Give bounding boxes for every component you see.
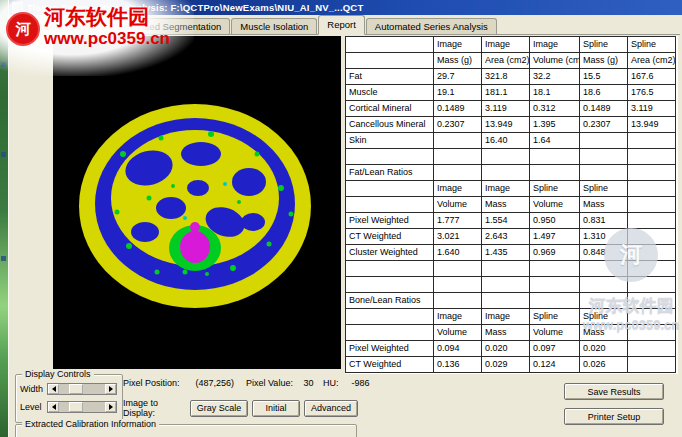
value-cell: Image — [482, 309, 530, 325]
value-cell: Image — [530, 37, 580, 53]
value-cell — [434, 133, 482, 149]
arrow-right-icon — [109, 386, 113, 392]
level-slider-right-arrow[interactable] — [105, 402, 116, 412]
value-cell — [628, 213, 676, 229]
value-cell — [434, 149, 482, 165]
value-cell: Volume — [530, 197, 580, 213]
value-cell: 13.949 — [482, 117, 530, 133]
value-cell: Mass (g) — [434, 53, 482, 69]
desktop-icon — [1, 152, 6, 157]
row-label-cell: Pixel Weighted — [346, 213, 434, 229]
row-label-cell — [346, 149, 434, 165]
pixel-value-value: 30 — [304, 378, 321, 388]
table-row: VolumeMassVolumeMass — [346, 197, 676, 213]
value-cell: 181.1 — [482, 85, 530, 101]
table-row: ImageImageSplineSpline — [346, 181, 676, 197]
pixel-value-label: Pixel Value: — [246, 378, 301, 388]
value-cell: 0.950 — [530, 213, 580, 229]
value-cell — [580, 165, 628, 181]
value-cell — [434, 165, 482, 181]
value-cell: 3.021 — [434, 229, 482, 245]
save-results-button[interactable]: Save Results — [564, 383, 664, 400]
gray-scale-button[interactable]: Gray Scale — [190, 400, 248, 417]
screen: Tissue Composition Analysis: F:\QCTPro\N… — [0, 0, 682, 437]
ct-axial-image — [53, 36, 341, 369]
row-label-cell — [346, 309, 434, 325]
tab-automated-series-analysis[interactable]: Automated Series Analysis — [366, 18, 497, 34]
value-cell: 1.640 — [434, 245, 482, 261]
row-label-cell — [346, 277, 434, 293]
value-cell: 0.312 — [530, 101, 580, 117]
value-cell: 29.7 — [434, 69, 482, 85]
value-cell: Volume — [530, 325, 580, 341]
hu-value: -986 — [352, 378, 370, 388]
value-cell — [482, 261, 530, 277]
value-cell — [434, 261, 482, 277]
value-cell: Image — [482, 37, 530, 53]
value-cell — [628, 181, 676, 197]
level-slider-left-arrow[interactable] — [48, 402, 59, 412]
width-label: Width — [20, 384, 47, 394]
width-slider-left-arrow[interactable] — [48, 384, 59, 394]
level-slider-track[interactable] — [59, 402, 105, 412]
image-to-display-row: Image to Display: Gray Scale Initial Adv… — [123, 398, 362, 418]
value-cell — [434, 277, 482, 293]
value-cell: 0.020 — [482, 341, 530, 357]
table-row: Skin16.401.64 — [346, 133, 676, 149]
value-cell — [482, 149, 530, 165]
value-cell: 3.119 — [482, 101, 530, 117]
advanced-button[interactable]: Advanced — [304, 400, 358, 417]
table-row: Pixel Weighted0.0940.0200.0970.020 — [346, 341, 676, 357]
value-cell: Mass — [482, 197, 530, 213]
table-row: CT Weighted0.1360.0290.1240.026 — [346, 357, 676, 373]
level-slider[interactable] — [47, 401, 117, 413]
value-cell: 0.969 — [530, 245, 580, 261]
row-label-cell — [346, 181, 434, 197]
width-slider-right-arrow[interactable] — [105, 384, 116, 394]
row-label-cell: Fat/Lean Ratios — [346, 165, 434, 181]
value-cell: Spline — [530, 309, 580, 325]
value-cell — [482, 293, 530, 309]
width-slider-track[interactable] — [59, 384, 105, 394]
value-cell: 3.119 — [628, 101, 676, 117]
table-row: Fat29.7321.832.215.5167.6 — [346, 69, 676, 85]
printer-setup-button[interactable]: Printer Setup — [564, 408, 664, 425]
tab-muscle-isolation[interactable]: Muscle Isolation — [231, 18, 317, 34]
row-label-cell: Cortical Mineral — [346, 101, 434, 117]
watermark-bottom-right: 河 河东软件园 www.pc0359.cn — [578, 228, 682, 332]
row-label-cell: Muscle — [346, 85, 434, 101]
level-slider-thumb[interactable] — [69, 402, 83, 412]
table-row: Pixel Weighted1.7771.5540.9500.831 — [346, 213, 676, 229]
watermark-site-url: www.pc0359.cn — [44, 29, 170, 49]
value-cell: Image — [434, 181, 482, 197]
watermark-site-name: 河东软件园 — [578, 294, 682, 317]
tab-report[interactable]: Report — [318, 15, 365, 35]
level-label: Level — [20, 402, 47, 412]
value-cell: 18.1 — [530, 85, 580, 101]
pixel-position-value: (487,256) — [196, 378, 244, 388]
row-label-cell — [346, 261, 434, 277]
value-cell: 176.5 — [628, 85, 676, 101]
width-slider[interactable] — [47, 383, 117, 395]
value-cell — [530, 277, 580, 293]
value-cell — [482, 165, 530, 181]
value-cell: Mass (g) — [580, 53, 628, 69]
watermark-site-name: 河东软件园 — [44, 3, 149, 31]
arrow-left-icon — [52, 386, 56, 392]
value-cell: 1.497 — [530, 229, 580, 245]
value-cell: 0.020 — [580, 341, 628, 357]
value-cell: Mass — [580, 197, 628, 213]
ct-image-panel[interactable] — [53, 36, 341, 369]
pixel-position-label: Pixel Position: — [123, 378, 193, 388]
width-slider-thumb[interactable] — [69, 384, 83, 394]
watermark-logo-icon: 河 — [6, 12, 40, 46]
value-cell: Volume (cm3) — [530, 53, 580, 69]
desktop-icon — [1, 256, 6, 261]
value-cell: Mass — [482, 325, 530, 341]
value-cell: Spline — [530, 181, 580, 197]
row-label-cell: CT Weighted — [346, 229, 434, 245]
initial-button[interactable]: Initial — [252, 400, 300, 417]
value-cell: 0.029 — [482, 357, 530, 373]
value-cell: 0.124 — [530, 357, 580, 373]
arrow-right-icon — [109, 404, 113, 410]
